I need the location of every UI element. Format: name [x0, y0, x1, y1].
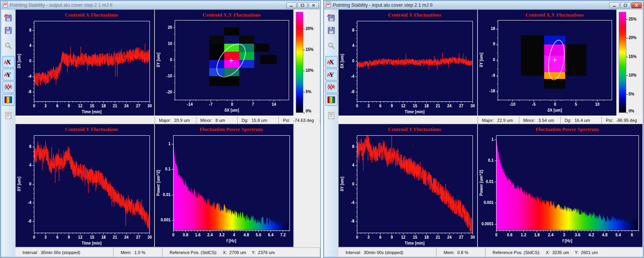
titlebar[interactable]: Pointing Stability - output alu cover st…	[1, 1, 320, 9]
save-data-button[interactable]	[325, 24, 338, 36]
status-mem: Mem:1.0 %	[113, 248, 162, 257]
report-button[interactable]	[2, 110, 15, 122]
ref-y-label: Y:	[252, 250, 256, 255]
stat-label: Dg:	[565, 118, 571, 123]
ref-x-value: 2709 um	[229, 250, 246, 255]
app-icon	[2, 2, 8, 9]
stat-label: Major:	[482, 118, 494, 123]
stat-value: -86.95 deg	[616, 118, 637, 123]
centroid-y-toggle-button[interactable]: Y	[2, 69, 15, 80]
status-interval: Interval:30min 00s (stopped)	[15, 248, 113, 257]
mem-value: 0.8 %	[457, 250, 469, 255]
centroid-x-toggle-button[interactable]: X	[325, 56, 338, 68]
pointing-stability-window-output: Pointing Stability - output alu cover st…	[0, 0, 321, 258]
ref-y-label: Y:	[575, 250, 579, 255]
stat-value: 8 um	[215, 118, 225, 123]
toolbar: X Y	[324, 9, 338, 257]
zoom-button[interactable]	[2, 40, 15, 52]
centroid-y-chart	[339, 124, 477, 247]
stat-label: Psi:	[283, 118, 290, 123]
stat-major: Major:22.9 um	[478, 116, 519, 124]
status-interval: Interval:30min 00s (stopped)	[338, 248, 436, 257]
ref-y-value: 2376 um	[258, 250, 275, 255]
save-data-button[interactable]	[2, 24, 15, 36]
minimize-button[interactable]	[609, 2, 620, 8]
centroid-xy-panel	[478, 9, 617, 116]
centroid-y-toggle-button[interactable]: Y	[325, 69, 338, 80]
ref-x-value: 3235 um	[552, 250, 569, 255]
spectrum-chart	[155, 124, 293, 247]
zoom-button[interactable]	[325, 40, 338, 52]
ellipse-stats-strip: Major:22.9 um Minor:3.54 um Dg:16.4 um P…	[338, 116, 643, 124]
stats-spacer	[338, 116, 478, 124]
status-bar: Interval:30min 00s (stopped) Mem:1.0 % R…	[15, 247, 320, 257]
maximize-button[interactable]	[620, 2, 631, 8]
stat-label: Minor:	[523, 118, 536, 123]
stat-label: Minor:	[200, 118, 213, 123]
stat-dg: Dg:16.4 um	[560, 116, 602, 124]
colorbar-panel	[294, 9, 320, 116]
stat-dg: Dg:15.8 um	[237, 116, 279, 124]
status-bar: Interval:30min 00s (stopped) Mem:0.8 % R…	[338, 247, 643, 257]
status-reference: Reference Pos. (StdCS): X:3235 um Y:2601…	[485, 248, 643, 257]
ref-x-label: X:	[546, 250, 550, 255]
window-title: Pointing Stability - output alu cover st…	[10, 2, 285, 8]
mem-label: Mem:	[121, 250, 132, 255]
centroid-xy-toggle-button[interactable]	[2, 81, 15, 93]
spectrum-chart	[478, 124, 642, 247]
stat-value: 20.9 um	[174, 118, 190, 123]
interval-value: 30min 00s (stopped)	[364, 250, 403, 255]
interval-value: 30min 00s (stopped)	[41, 250, 80, 255]
spectrum-panel	[155, 124, 294, 247]
stat-value: 15.8 um	[252, 118, 267, 123]
save-image-button[interactable]	[325, 12, 338, 24]
centroid-x-panel	[338, 9, 478, 116]
window-title: Pointing Stability - input alu cover ste…	[333, 2, 608, 8]
plot-area: Major:20.9 um Minor:8 um Dg:15.8 um Psi:…	[15, 9, 320, 257]
pointing-stability-window-input: Pointing Stability - input alu cover ste…	[323, 0, 644, 258]
titlebar[interactable]: Pointing Stability - input alu cover ste…	[324, 1, 643, 9]
save-image-button[interactable]	[2, 12, 15, 24]
spectrum-toggle-button[interactable]	[2, 94, 15, 106]
spectrum-panel	[478, 124, 643, 247]
ref-y-value: 2601 um	[581, 250, 598, 255]
interval-label: Interval:	[22, 250, 38, 255]
stat-minor: Minor:3.54 um	[519, 116, 560, 124]
stat-label: Major:	[159, 118, 171, 123]
colorbar	[294, 9, 320, 116]
centroid-xy-panel	[155, 9, 294, 116]
report-button[interactable]	[325, 110, 338, 122]
centroid-xy-heatmap	[155, 10, 293, 116]
status-mem: Mem:0.8 %	[436, 248, 485, 257]
stat-value: -74.63 deg	[293, 118, 314, 123]
stat-psi: Psi:-74.63 deg	[278, 116, 320, 124]
colorbar	[617, 9, 643, 116]
desktop: Pointing Stability - output alu cover st…	[0, 0, 644, 258]
ellipse-stats-strip: Major:20.9 um Minor:8 um Dg:15.8 um Psi:…	[15, 116, 320, 124]
spectrum-spacer	[294, 124, 320, 247]
plot-area: Major:22.9 um Minor:3.54 um Dg:16.4 um P…	[338, 9, 643, 257]
centroid-xy-heatmap	[478, 10, 616, 116]
centroid-x-panel	[15, 9, 155, 116]
minimize-button[interactable]	[286, 2, 297, 8]
interval-label: Interval:	[345, 250, 361, 255]
stat-value: 3.54 um	[538, 118, 554, 123]
centroid-x-toggle-button[interactable]: X	[2, 56, 15, 68]
centroid-y-panel	[338, 124, 478, 247]
stat-label: Psi:	[606, 118, 613, 123]
centroid-x-chart	[16, 10, 154, 116]
colorbar-panel	[617, 9, 643, 116]
centroid-x-chart	[339, 10, 477, 116]
close-button[interactable]	[308, 2, 319, 8]
maximize-button[interactable]	[297, 2, 308, 8]
centroid-xy-toggle-button[interactable]	[325, 81, 338, 93]
ref-label: Reference Pos. (StdCS):	[493, 250, 540, 255]
ref-x-label: X:	[223, 250, 227, 255]
stat-major: Major:20.9 um	[155, 116, 196, 124]
stat-minor: Minor:8 um	[196, 116, 237, 124]
stat-psi: Psi:-86.95 deg	[601, 116, 643, 124]
spectrum-toggle-button[interactable]	[325, 94, 338, 106]
mem-label: Mem:	[444, 250, 455, 255]
close-button[interactable]	[631, 2, 642, 8]
ref-label: Reference Pos. (StdCS):	[170, 250, 217, 255]
